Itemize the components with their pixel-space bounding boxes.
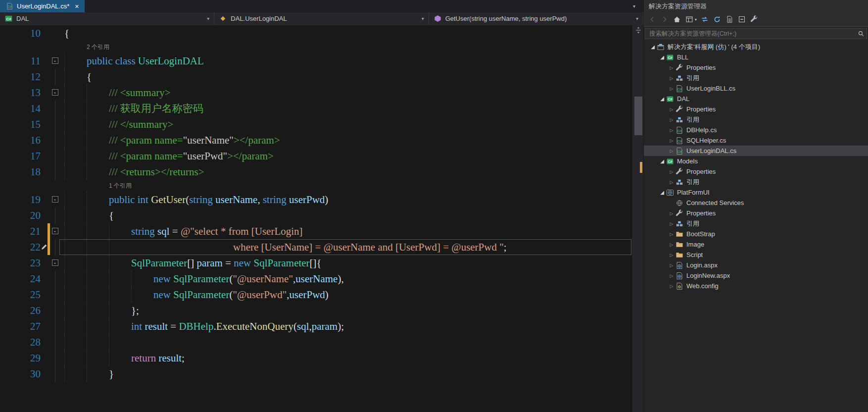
navbar-type-dropdown[interactable]: DAL.UserLoginDAL ▾ (214, 12, 429, 25)
tree-item[interactable]: ▷C#DBHelp.cs (644, 125, 868, 135)
tree-item[interactable]: ▷引用 (644, 73, 868, 83)
code-text: /// <returns></returns> (59, 164, 632, 180)
tree-item[interactable]: ▷Properties (644, 104, 868, 114)
tree-expand-arrow-icon[interactable]: ▷ (668, 232, 675, 237)
codelens-references[interactable]: 1 个引用 (0, 180, 632, 192)
code-line-20[interactable]: 20{ (0, 207, 632, 223)
tab-userlogindal[interactable]: C# UserLoginDAL.cs* × (0, 0, 85, 12)
fold-marker[interactable]: - (50, 223, 59, 239)
fold-marker[interactable]: - (50, 85, 59, 101)
code-line-21[interactable]: 21-string sql = @"select * from [UserLog… (0, 223, 632, 239)
tree-item[interactable]: ◢C#Models (644, 156, 868, 166)
back-button[interactable] (646, 14, 658, 25)
tree-item[interactable]: ▷Login.aspx (644, 260, 868, 270)
code-line-12[interactable]: 12{ (0, 69, 632, 85)
scrollbar-thumb[interactable] (634, 97, 642, 135)
code-line-29[interactable]: 29return result; (0, 350, 632, 366)
code-line-10[interactable]: 10{ (0, 25, 632, 41)
tree-expand-arrow-icon[interactable]: ▷ (668, 180, 675, 185)
code-line-28[interactable]: 28 (0, 334, 632, 350)
tree-item[interactable]: ◢C#BLL (644, 52, 868, 62)
fold-marker[interactable]: - (50, 192, 59, 207)
tree-expand-arrow-icon[interactable]: ▷ (668, 253, 675, 258)
navbar-project-dropdown[interactable]: C# DAL ▾ (0, 12, 214, 25)
home-button[interactable] (671, 14, 682, 25)
switch-views-button[interactable] (683, 14, 695, 25)
collapse-all-button[interactable] (736, 14, 747, 25)
tree-expand-arrow-icon[interactable]: ◢ (658, 158, 666, 164)
codelens-references[interactable]: 2 个引用 (0, 41, 632, 53)
search-icon[interactable] (856, 29, 867, 39)
tree-item[interactable]: ▷C#UserLoginDAL.cs (644, 146, 868, 156)
tree-item[interactable]: ▷引用 (644, 114, 868, 125)
tree-item[interactable]: ◢PlatFormUI (644, 187, 868, 198)
code-line-25[interactable]: 25new SqlParameter("@userPwd",userPwd) (0, 287, 632, 303)
tree-expand-arrow-icon[interactable]: ▷ (668, 86, 675, 91)
tree-expand-arrow-icon[interactable]: ▷ (668, 211, 675, 216)
fold-marker[interactable]: - (50, 255, 59, 271)
tree-item[interactable]: ▷Image (644, 239, 868, 250)
code-line-18[interactable]: 18/// <returns></returns> (0, 164, 632, 180)
code-line-19[interactable]: 19-public int GetUser(string userName, s… (0, 192, 632, 207)
tree-expand-arrow-icon[interactable]: ▷ (668, 273, 675, 278)
code-line-13[interactable]: 13-/// <summary> (0, 85, 632, 101)
code-line-24[interactable]: 24new SqlParameter("@userName",userName)… (0, 271, 632, 287)
chevron-down-icon[interactable]: ▾ (695, 17, 697, 22)
fold-marker[interactable]: - (50, 53, 59, 69)
refresh-button[interactable] (711, 14, 723, 25)
tree-expand-arrow-icon[interactable]: ▷ (668, 169, 675, 174)
tree-expand-arrow-icon[interactable]: ◢ (658, 54, 666, 60)
tree-item[interactable]: ◢解决方案'科服网 (仿) ' (4 个项目) (644, 42, 868, 52)
tree-expand-arrow-icon[interactable]: ◢ (658, 190, 666, 195)
navbar-member-dropdown[interactable]: GetUser(string userName, string userPwd)… (429, 12, 643, 25)
tree-item[interactable]: ▷C#UserLoginBLL.cs (644, 83, 868, 94)
tree-expand-arrow-icon[interactable]: ▷ (668, 76, 675, 81)
tree-item[interactable]: ▷LoginNew.aspx (644, 270, 868, 281)
code-line-23[interactable]: 23-SqlParameter[] param = new SqlParamet… (0, 255, 632, 271)
split-editor-grip[interactable] (634, 26, 642, 34)
close-icon[interactable]: × (75, 3, 79, 10)
fold-margin (50, 318, 59, 334)
code-line-27[interactable]: 27int result = DBHelp.ExecuteNonQuery(sq… (0, 318, 632, 334)
tree-item[interactable]: ▷Properties (644, 166, 868, 177)
tree-item[interactable]: ▷BootStrap (644, 229, 868, 239)
tree-expand-arrow-icon[interactable]: ▷ (668, 65, 675, 70)
tree-item[interactable]: ▷引用 (644, 177, 868, 187)
tree-item[interactable]: ▷引用 (644, 218, 868, 229)
code-line-15[interactable]: 15/// </summary> (0, 116, 632, 132)
tree-item[interactable]: Connected Services (644, 198, 868, 208)
tree-expand-arrow-icon[interactable]: ◢ (658, 96, 666, 102)
search-input[interactable] (645, 30, 856, 37)
show-all-files-button[interactable] (723, 14, 735, 25)
tree-item[interactable]: ▷Properties (644, 208, 868, 218)
tree-expand-arrow-icon[interactable]: ▷ (668, 242, 675, 247)
tree-expand-arrow-icon[interactable]: ▷ (668, 263, 675, 268)
tree-item[interactable]: ▷Script (644, 250, 868, 260)
tree-expand-arrow-icon[interactable]: ▷ (668, 149, 675, 154)
code-token: sql (157, 225, 170, 237)
tree-item[interactable]: ▷Properties (644, 62, 868, 73)
tree-item[interactable]: ▷C#SQLHelper.cs (644, 135, 868, 146)
forward-button[interactable] (659, 14, 670, 25)
code-area[interactable]: 10{2 个引用11-public class UserLoginDAL12{1… (0, 25, 632, 412)
code-line-30[interactable]: 30} (0, 366, 632, 382)
code-line-17[interactable]: 17/// <param name="userPwd"></param> (0, 148, 632, 164)
code-line-22[interactable]: 22where [UserName] = @userName and [User… (0, 239, 632, 255)
code-line-14[interactable]: 14/// 获取用户名称密码 (0, 101, 632, 116)
tree-expand-arrow-icon[interactable]: ▷ (668, 221, 675, 226)
tree-expand-arrow-icon[interactable]: ◢ (649, 44, 657, 50)
tree-expand-arrow-icon[interactable]: ▷ (668, 128, 675, 133)
code-line-26[interactable]: 26}; (0, 303, 632, 318)
tree-item[interactable]: ◢C#DAL (644, 94, 868, 104)
tree-expand-arrow-icon[interactable]: ▷ (668, 117, 675, 122)
properties-button[interactable] (748, 14, 760, 25)
tree-expand-arrow-icon[interactable]: ▷ (668, 107, 675, 112)
editor-vertical-scrollbar[interactable] (632, 25, 643, 412)
tree-item[interactable]: ▷Web.config (644, 281, 868, 291)
sync-with-active-document-button[interactable] (699, 14, 710, 25)
code-line-16[interactable]: 16/// <param name="userName"></param> (0, 132, 632, 148)
tree-expand-arrow-icon[interactable]: ▷ (668, 138, 675, 143)
tree-expand-arrow-icon[interactable]: ▷ (668, 284, 675, 289)
code-line-11[interactable]: 11-public class UserLoginDAL (0, 53, 632, 69)
document-overflow-button[interactable]: ▾ (633, 0, 643, 12)
